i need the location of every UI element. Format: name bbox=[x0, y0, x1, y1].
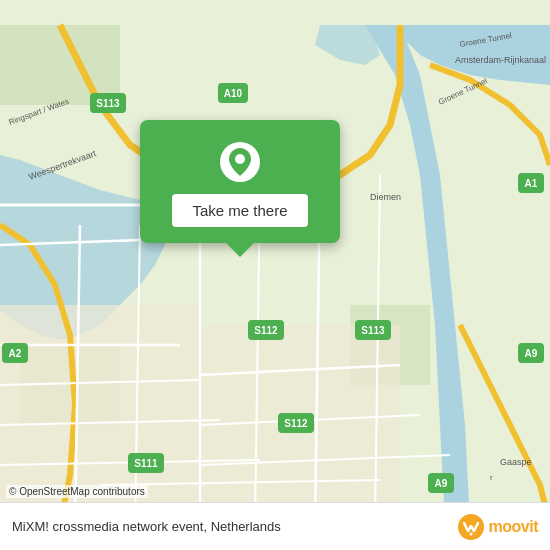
svg-text:A9: A9 bbox=[525, 348, 538, 359]
osm-credit: © OpenStreetMap contributors bbox=[6, 485, 148, 498]
svg-point-51 bbox=[235, 154, 245, 164]
location-popup: Take me there bbox=[140, 120, 340, 243]
svg-text:S111: S111 bbox=[134, 458, 158, 469]
svg-text:A10: A10 bbox=[224, 88, 243, 99]
svg-point-53 bbox=[469, 532, 472, 535]
svg-text:S112: S112 bbox=[284, 418, 308, 429]
moovit-name: moovit bbox=[489, 518, 538, 536]
map-container: S113 S112 S113 S112 S111 A10 A9 A9 A2 A1… bbox=[0, 0, 550, 550]
location-pin-icon bbox=[218, 140, 262, 184]
svg-text:Gaaspe: Gaaspe bbox=[500, 457, 532, 467]
location-label: MiXM! crossmedia network event, Netherla… bbox=[12, 519, 281, 534]
svg-text:r: r bbox=[490, 473, 493, 482]
svg-text:Diemen: Diemen bbox=[370, 192, 401, 202]
svg-text:S112: S112 bbox=[254, 325, 278, 336]
bottom-bar: MiXM! crossmedia network event, Netherla… bbox=[0, 502, 550, 550]
moovit-icon bbox=[457, 513, 485, 541]
svg-text:Amsterdam-Rijnkanaal: Amsterdam-Rijnkanaal bbox=[455, 55, 546, 65]
svg-text:S113: S113 bbox=[361, 325, 385, 336]
map-background: S113 S112 S113 S112 S111 A10 A9 A9 A2 A1… bbox=[0, 0, 550, 550]
svg-text:A9: A9 bbox=[435, 478, 448, 489]
moovit-logo: moovit bbox=[457, 513, 538, 541]
svg-text:A2: A2 bbox=[9, 348, 22, 359]
take-me-there-button[interactable]: Take me there bbox=[172, 194, 307, 227]
svg-text:A1: A1 bbox=[525, 178, 538, 189]
svg-text:S113: S113 bbox=[96, 98, 120, 109]
